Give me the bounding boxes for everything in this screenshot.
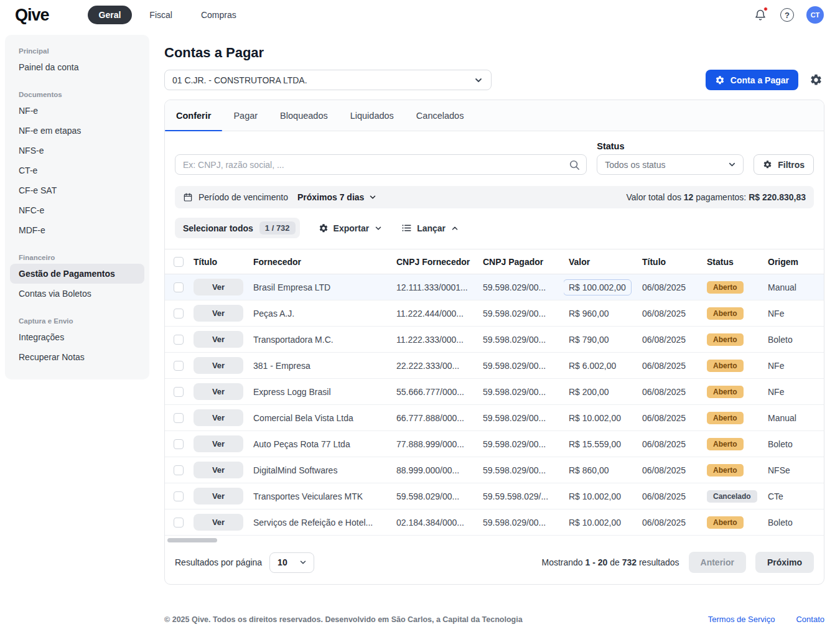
filters-button[interactable]: Filtros bbox=[754, 154, 814, 175]
view-button[interactable]: Ver bbox=[194, 357, 243, 374]
sidebar-item-mdf-e[interactable]: MDF-e bbox=[10, 220, 144, 240]
notifications-button[interactable] bbox=[753, 7, 768, 22]
period-select[interactable]: Próximos 7 dias bbox=[297, 192, 377, 202]
conta-a-pagar-button[interactable]: Conta a Pagar bbox=[706, 70, 798, 90]
cell-valor: R$ 860,00 bbox=[564, 457, 637, 483]
per-page-select[interactable]: 10 bbox=[269, 552, 314, 573]
row-checkbox[interactable] bbox=[174, 387, 184, 397]
cell-cnpj-fornecedor: 59.598.029/00... bbox=[391, 483, 478, 509]
sidebar-item-integracoes[interactable]: Integrações bbox=[10, 327, 144, 347]
view-button[interactable]: Ver bbox=[194, 331, 243, 348]
help-button[interactable]: ? bbox=[780, 8, 794, 22]
horizontal-scrollbar[interactable] bbox=[167, 538, 217, 542]
table-row[interactable]: VerPeças A.J.11.222.444/000...59.598.029… bbox=[165, 300, 824, 327]
sidebar-item-nf-e[interactable]: NF-e bbox=[10, 101, 144, 121]
cell-titulo: 06/08/2025 bbox=[637, 483, 702, 509]
settings-button[interactable] bbox=[807, 72, 824, 89]
row-checkbox[interactable] bbox=[174, 309, 184, 318]
list-icon bbox=[401, 223, 412, 233]
chevron-down-icon bbox=[374, 224, 383, 233]
avatar[interactable]: CT bbox=[806, 6, 824, 24]
table-body: VerBrasil Empresa LTD12.111.333/0001...5… bbox=[165, 274, 824, 536]
page-footer: © 2025 Qive. Todos os direitos reservado… bbox=[164, 615, 824, 624]
row-checkbox[interactable] bbox=[174, 465, 184, 475]
nav-item-compras[interactable]: Compras bbox=[190, 6, 248, 24]
table-row[interactable]: Ver381 - Empresa22.222.333/00...59.598.0… bbox=[165, 353, 824, 379]
nav-item-fiscal[interactable]: Fiscal bbox=[138, 6, 184, 24]
tab-liquidados[interactable]: Liquidados bbox=[339, 100, 405, 131]
sidebar-item-cf-e-sat[interactable]: CF-e SAT bbox=[10, 180, 144, 200]
row-checkbox[interactable] bbox=[174, 361, 184, 371]
sidebar-item-nf-e-em-etapas[interactable]: NF-e em etapas bbox=[10, 121, 144, 141]
view-button[interactable]: Ver bbox=[194, 305, 243, 322]
nav-item-geral[interactable]: Geral bbox=[88, 6, 133, 24]
sidebar-item-recuperar-notas[interactable]: Recuperar Notas bbox=[10, 347, 144, 367]
view-button[interactable]: Ver bbox=[194, 462, 243, 478]
tab-conferir[interactable]: Conferir bbox=[165, 100, 222, 131]
table-row[interactable]: VerDigitalMind Softwares88.999.000/00...… bbox=[165, 457, 824, 483]
launch-button[interactable]: Lançar bbox=[401, 223, 459, 233]
row-checkbox[interactable] bbox=[174, 491, 184, 501]
table-row[interactable]: VerServiços de Refeição e Hotel...02.184… bbox=[165, 509, 824, 536]
sidebar-item-nfc-e[interactable]: NFC-e bbox=[10, 200, 144, 220]
tab-cancelados[interactable]: Cancelados bbox=[405, 100, 475, 131]
sidebar-section-principal: Principal bbox=[10, 42, 144, 57]
row-checkbox[interactable] bbox=[174, 282, 184, 292]
cell-cnpj-pagador: 59.598.029/00... bbox=[478, 274, 564, 300]
status-badge: Aberto bbox=[707, 438, 744, 450]
cell-status: Aberto bbox=[702, 353, 763, 379]
cell-fornecedor: Auto Peças Rota 77 Ltda bbox=[248, 431, 391, 457]
chevron-down-icon bbox=[727, 160, 737, 169]
view-button[interactable]: Ver bbox=[194, 514, 243, 531]
footer-link-termos-de-servico[interactable]: Termos de Serviço bbox=[708, 615, 775, 624]
cell-fornecedor: Transportes Veiculares MTK bbox=[248, 483, 391, 509]
cell-fornecedor: Comercial Bela Vista Ltda bbox=[248, 405, 391, 431]
search-icon bbox=[569, 159, 580, 170]
cell-cnpj-pagador: 59.598.029/00... bbox=[478, 509, 564, 536]
status-select[interactable]: Todos os status bbox=[597, 154, 744, 175]
view-button[interactable]: Ver bbox=[194, 435, 243, 452]
sidebar-item-painel-da-conta[interactable]: Painel da conta bbox=[10, 57, 144, 77]
table-row[interactable]: VerComercial Bela Vista Ltda66.777.888/0… bbox=[165, 405, 824, 431]
tab-bloqueados[interactable]: Bloqueados bbox=[269, 100, 339, 131]
period-label: Período de vencimento bbox=[198, 192, 288, 202]
export-button[interactable]: Exportar bbox=[319, 223, 383, 233]
view-button[interactable]: Ver bbox=[194, 409, 243, 426]
row-checkbox[interactable] bbox=[174, 518, 184, 528]
select-all-button[interactable]: Selecionar todos 1 / 732 bbox=[175, 218, 300, 238]
row-checkbox[interactable] bbox=[174, 335, 184, 345]
status-badge: Aberto bbox=[707, 281, 744, 294]
tab-pagar[interactable]: Pagar bbox=[222, 100, 269, 131]
table-row[interactable]: VerTransportadora M.C.11.222.333/000...5… bbox=[165, 327, 824, 353]
row-checkbox[interactable] bbox=[174, 439, 184, 449]
topbar-nav: GeralFiscalCompras bbox=[88, 6, 248, 24]
next-page-button[interactable]: Próximo bbox=[755, 552, 814, 573]
row-checkbox[interactable] bbox=[174, 413, 184, 423]
search-input[interactable] bbox=[175, 154, 587, 175]
cell-status: Aberto bbox=[702, 300, 763, 327]
chevron-up-icon bbox=[450, 224, 459, 233]
search-button[interactable] bbox=[564, 156, 584, 173]
col-header-status: Status bbox=[702, 249, 763, 274]
sidebar-item-gestao-de-pagamentos[interactable]: Gestão de Pagamentos bbox=[10, 264, 144, 284]
table-row[interactable]: VerTransportes Veiculares MTK59.598.029/… bbox=[165, 483, 824, 509]
view-button[interactable]: Ver bbox=[194, 279, 243, 295]
col-header-titulo: Título bbox=[189, 249, 248, 274]
sidebar-item-nfs-e[interactable]: NFS-e bbox=[10, 141, 144, 160]
table-row[interactable]: VerBrasil Empresa LTD12.111.333/0001...5… bbox=[165, 274, 824, 300]
view-button[interactable]: Ver bbox=[194, 488, 243, 504]
gear-icon bbox=[319, 223, 329, 233]
table-row[interactable]: VerAuto Peças Rota 77 Ltda77.888.999/000… bbox=[165, 431, 824, 457]
select-all-checkbox[interactable] bbox=[174, 257, 184, 267]
results-summary: Mostrando 1 - 20 de 732 resultados bbox=[541, 557, 679, 567]
cell-cnpj-pagador: 59.598.029/00... bbox=[478, 327, 564, 353]
cell-titulo: 06/08/2025 bbox=[637, 509, 702, 536]
table-row[interactable]: VerExpress Logg Brasil55.666.777/000...5… bbox=[165, 379, 824, 405]
footer-link-contato[interactable]: Contato bbox=[796, 615, 824, 624]
view-button[interactable]: Ver bbox=[194, 383, 243, 400]
sidebar-item-ct-e[interactable]: CT-e bbox=[10, 160, 144, 180]
previous-page-button[interactable]: Anterior bbox=[689, 552, 746, 573]
cell-origem: Boleto bbox=[763, 509, 824, 536]
sidebar-item-contas-via-boletos[interactable]: Contas via Boletos bbox=[10, 284, 144, 304]
company-select[interactable]: 01 C.JR. - CONSTRUTORA LTDA. bbox=[164, 70, 492, 90]
